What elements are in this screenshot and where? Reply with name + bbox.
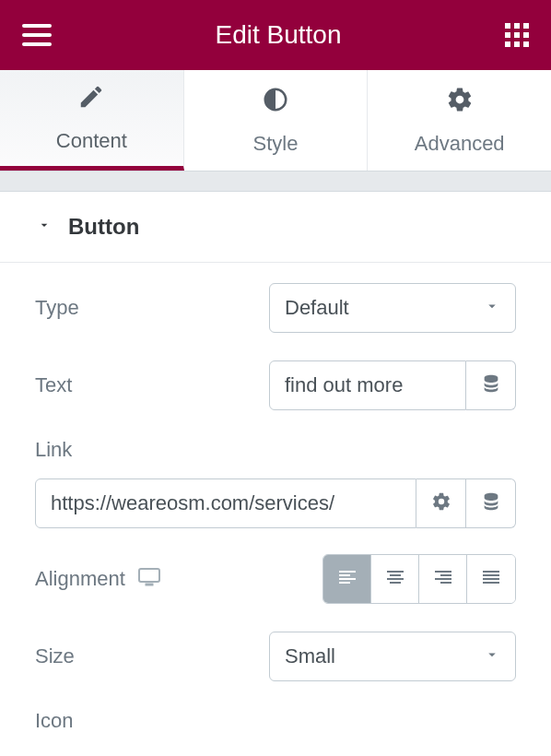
type-value: Default [285,296,349,320]
alignment-group [322,554,516,604]
align-right-icon [432,566,454,592]
size-select[interactable]: Small [269,632,516,681]
desktop-icon[interactable] [138,568,160,590]
apps-button[interactable] [505,23,529,47]
type-select[interactable]: Default [269,283,516,333]
svg-rect-0 [139,569,159,582]
type-label: Type [35,296,79,320]
align-justify-button[interactable] [467,555,515,603]
caret-down-icon [484,644,500,668]
dynamic-tags-button[interactable] [466,478,516,528]
gear-icon [431,491,451,515]
database-icon [481,373,501,397]
pencil-icon [77,83,105,116]
caret-down-icon [37,218,52,236]
align-justify-icon [480,566,502,592]
tab-label: Style [253,132,299,156]
text-input[interactable] [269,360,466,410]
tabs: Content Style Advanced [0,70,551,171]
svg-rect-1 [146,584,153,585]
gear-icon [446,86,474,119]
menu-button[interactable] [22,24,52,46]
contrast-icon [262,86,289,119]
align-left-button[interactable] [323,555,371,603]
link-label: Link [35,438,516,462]
align-center-button[interactable] [371,555,419,603]
page-title: Edit Button [216,20,342,50]
link-input[interactable] [35,478,416,528]
section-toggle-button[interactable]: Button [0,192,551,263]
tab-advanced[interactable]: Advanced [368,70,551,171]
align-center-icon [384,566,406,592]
size-value: Small [285,644,335,668]
dynamic-tags-button[interactable] [466,360,516,410]
spacer [0,171,551,192]
icon-label: Icon [35,709,74,733]
text-label: Text [35,373,72,397]
tab-label: Content [56,129,127,153]
link-options-button[interactable] [416,478,466,528]
section-title: Button [68,214,139,240]
size-label: Size [35,644,75,668]
alignment-label: Alignment [35,567,125,591]
tab-style[interactable]: Style [184,70,369,171]
tab-content[interactable]: Content [0,70,184,171]
align-left-icon [336,566,358,592]
align-right-button[interactable] [419,555,467,603]
database-icon [481,491,501,515]
tab-label: Advanced [415,132,505,156]
caret-down-icon [484,296,500,320]
